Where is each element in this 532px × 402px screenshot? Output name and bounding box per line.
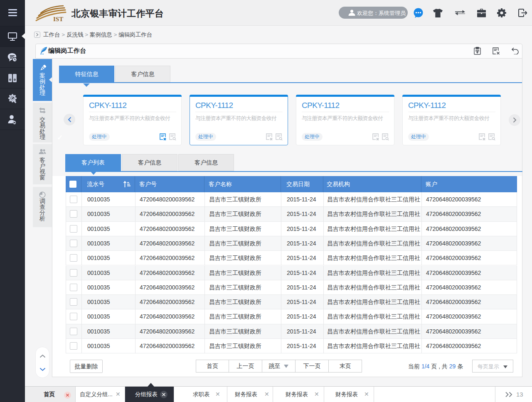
svg-text:IST: IST xyxy=(53,16,63,22)
